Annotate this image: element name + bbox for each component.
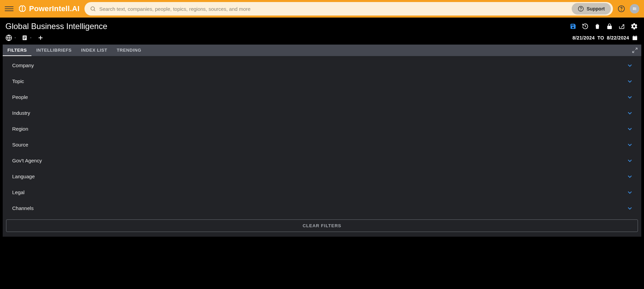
filter-section-company[interactable]: Company [3,57,641,73]
svg-line-1 [94,10,95,11]
top-bar-right: RI [618,4,639,14]
caret-down-icon [29,36,32,40]
filter-section-region[interactable]: Region [3,121,641,137]
filter-label: Region [12,126,28,132]
delete-icon[interactable] [594,23,601,30]
tab-filters[interactable]: FILTERS [3,45,31,56]
search-icon [90,6,96,12]
brain-icon [18,5,26,13]
lock-icon[interactable] [606,23,613,30]
chevron-down-icon [626,205,633,212]
filter-section-language[interactable]: Language [3,168,641,184]
svg-rect-11 [23,37,26,38]
chevron-down-icon [626,62,633,69]
history-icon[interactable] [582,23,589,30]
tab-label: TRENDING [117,48,142,53]
brand-name: PowerIntell.AI [29,4,80,13]
filter-label: Legal [12,189,25,195]
filter-label: People [12,94,28,100]
title-row: Global Business Intelligence [0,18,644,32]
top-bar: PowerIntell.AI Support [0,0,644,18]
filter-label: Topic [12,78,24,84]
svg-rect-16 [633,36,637,37]
filter-label: Source [12,142,28,148]
avatar[interactable]: RI [630,4,639,14]
tool-row-left [5,34,44,41]
tab-label: FILTERS [7,48,27,53]
svg-line-6 [621,25,624,27]
svg-rect-12 [23,38,25,39]
filter-section-people[interactable]: People [3,89,641,105]
svg-line-19 [636,48,637,50]
svg-line-20 [633,51,634,53]
document-dropdown[interactable] [22,35,32,41]
filter-section-channels[interactable]: Channels [3,200,641,216]
globe-icon [5,34,12,41]
chevron-down-icon [626,141,633,148]
document-icon [22,35,28,41]
chevron-down-icon [626,157,633,164]
date-to: 8/22/2024 [607,35,629,41]
clear-filters-button[interactable]: CLEAR FILTERS [6,219,638,232]
globe-dropdown[interactable] [5,34,17,41]
add-icon[interactable] [37,34,44,41]
date-from: 8/21/2024 [572,35,595,41]
chevron-down-icon [626,110,633,116]
chevron-down-icon [626,94,633,101]
filter-section-topic[interactable]: Topic [3,73,641,89]
tab-label: INTELLIBRIEFS [36,48,72,53]
filter-section-legal[interactable]: Legal [3,184,641,200]
search-bar[interactable]: Support [84,2,613,16]
svg-point-5 [621,10,622,10]
tabs-bar: FILTERSINTELLIBRIEFSINDEX LISTTRENDING [3,45,641,56]
help-circle-icon[interactable] [618,5,625,12]
title-actions [570,23,638,30]
chevron-down-icon [626,173,633,180]
filter-section-gov-t-agency[interactable]: Gov't Agency [3,153,641,168]
tab-intellibriefs[interactable]: INTELLIBRIEFS [31,45,76,56]
support-label: Support [587,6,605,11]
save-icon[interactable] [570,23,576,30]
chevron-down-icon [626,78,633,85]
svg-rect-10 [23,36,26,37]
tool-row: 8/21/2024 TO 8/22/2024 [0,32,644,45]
chevron-down-icon [626,126,633,132]
filter-section-industry[interactable]: Industry [3,105,641,121]
tab-label: INDEX LIST [81,48,107,53]
tab-trending[interactable]: TRENDING [112,45,146,56]
svg-point-0 [91,7,95,10]
share-icon[interactable] [618,23,625,30]
svg-point-3 [581,10,581,10]
avatar-initials: RI [633,7,636,11]
date-range[interactable]: 8/21/2024 TO 8/22/2024 [572,35,638,41]
menu-icon[interactable] [5,4,14,13]
filter-label: Industry [12,110,30,116]
support-button[interactable]: Support [572,3,611,15]
brand[interactable]: PowerIntell.AI [18,4,80,13]
tab-index-list[interactable]: INDEX LIST [76,45,112,56]
filter-label: Language [12,174,35,179]
filter-section-source[interactable]: Source [3,137,641,153]
filter-panel: CompanyTopicPeopleIndustryRegionSourceGo… [3,56,641,237]
filter-label: Channels [12,205,33,211]
search-input[interactable] [99,6,569,12]
caret-down-icon [14,36,17,40]
date-to-word: TO [597,35,604,41]
filter-label: Gov't Agency [12,158,42,163]
filter-label: Company [12,62,34,68]
help-icon [578,6,584,12]
calendar-icon[interactable] [632,35,638,41]
settings-icon[interactable] [630,23,638,30]
page-title: Global Business Intelligence [5,22,107,31]
collapse-icon[interactable] [628,45,641,56]
chevron-down-icon [626,189,633,196]
clear-filters-label: CLEAR FILTERS [303,223,342,228]
